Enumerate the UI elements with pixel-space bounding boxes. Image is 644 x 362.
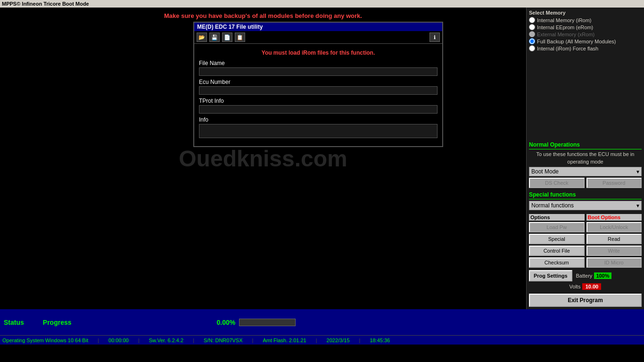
filename-input[interactable] [199, 67, 438, 76]
boot-mode-dropdown-container: Boot Mode Normal Mode ▼ [529, 167, 642, 176]
battery-label: Battery [576, 273, 593, 279]
special-functions-dropdown-container: Normal functions Special functions ▼ [529, 201, 642, 210]
load-pw-button[interactable]: Load Pw [529, 222, 585, 232]
toolbar-save-btn[interactable]: 💾 [209, 33, 220, 42]
normal-operations-section: Normal Operations To use these functions… [529, 141, 642, 189]
boot-options-header: Boot Options [586, 214, 642, 221]
ecunumber-field-group: Ecu Number [199, 79, 438, 95]
bottom-status: Status Progress 0.00% [0, 309, 644, 335]
volts-section: Volts 10.00 [529, 283, 642, 290]
volts-label: Volts [570, 284, 581, 289]
status-section: Status [4, 319, 24, 326]
exit-program-button[interactable]: Exit Program [529, 294, 642, 307]
prog-battery-row: Prog Settings Battery 100% [529, 270, 642, 281]
info-field-group: Info [199, 116, 438, 140]
ds-password-row: DS Check Password [529, 178, 642, 188]
main-container: Make sure you have backup's of all modul… [0, 8, 644, 309]
write-button[interactable]: Write [586, 246, 642, 256]
checksum-button[interactable]: Checksum [529, 257, 585, 268]
info-label: Info [199, 116, 438, 123]
options-col: Options Load Pw Special Control File Che… [529, 214, 585, 268]
special-functions-section: Special functions Normal functions Speci… [529, 191, 642, 212]
memory-irom[interactable]: Internal Memory (iRom) [529, 17, 642, 23]
options-header: Options [529, 214, 585, 221]
file-utility-toolbar: 📂 💾 📄 📋 ℹ [194, 31, 442, 44]
memory-xrom: External Memory (xRom) [529, 31, 642, 37]
prog-battery-section: Prog Settings Battery 100% Volts 10.00 E… [529, 270, 642, 307]
special-button[interactable]: Special [529, 234, 585, 244]
taskbar-clock: 18:45:36 [370, 337, 390, 343]
lock-unlock-button[interactable]: Lock/Unlock [586, 222, 642, 232]
control-file-button[interactable]: Control File [529, 246, 585, 256]
select-memory-title: Select Memory [529, 10, 642, 16]
tprot-input[interactable] [199, 105, 438, 114]
title-bar: MPPS© Infineon Tricore Boot Mode [0, 0, 644, 8]
app-title: MPPS© Infineon Tricore Boot Mode [2, 1, 89, 7]
toolbar-file-btn[interactable]: 📄 [222, 33, 232, 42]
memory-fullbackup[interactable]: Full Backup (All Memory Modules) [529, 38, 642, 44]
filename-label: File Name [199, 60, 438, 66]
filename-field-group: File Name [199, 60, 438, 76]
select-memory-section: Select Memory Internal Memory (iRom) Int… [529, 10, 642, 51]
taskbar-swver: Sw.Ver. 6.2.4.2 [149, 337, 183, 343]
progress-label: Progress [43, 319, 72, 326]
taskbar-time: 00:00:00 [108, 337, 129, 343]
ds-check-button[interactable]: DS Check [529, 178, 585, 188]
password-button[interactable]: Password [586, 178, 642, 188]
file-utility-content: You must load iRom files for this functi… [194, 44, 442, 146]
error-message: You must load iRom files for this functi… [199, 48, 438, 60]
id-micro-button[interactable]: ID Micro [586, 257, 642, 268]
taskbar-amtflash: Amt Flash. 2.01.21 [263, 337, 306, 343]
right-panel: Select Memory Internal Memory (iRom) Int… [526, 8, 644, 309]
prog-settings-button[interactable]: Prog Settings [529, 270, 572, 281]
file-utility-window: ME(D) EDC 17 File utility 📂 💾 📄 📋 ℹ You … [193, 22, 443, 147]
left-panel: Make sure you have backup's of all modul… [0, 8, 526, 309]
watermark: Ouedkniss.com [179, 146, 347, 172]
tprot-label: TProt Info [199, 98, 438, 104]
special-functions-header: Special functions [529, 191, 642, 199]
progress-value: 0.00% [217, 319, 236, 326]
memory-radio-group: Internal Memory (iRom) Internal EEprom (… [529, 17, 642, 51]
ecunumber-input[interactable] [199, 86, 438, 95]
taskbar-sn: S/N: DNR07VSX [204, 337, 243, 343]
toolbar-open-btn[interactable]: 📂 [197, 33, 207, 42]
memory-forceflash[interactable]: Internal (iRom) Force flash [529, 45, 642, 51]
info-input[interactable] [199, 124, 438, 138]
ecunumber-label: Ecu Number [199, 79, 438, 85]
taskbar-os: Operating System Windows 10 64 Bit [2, 337, 88, 343]
warning-text: Make sure you have backup's of all modul… [2, 10, 524, 23]
taskbar: Operating System Windows 10 64 Bit | 00:… [0, 335, 644, 345]
battery-section: Battery 100% [576, 272, 611, 279]
options-boot-section: Options Load Pw Special Control File Che… [529, 214, 642, 268]
memory-erom[interactable]: Internal EEprom (eRom) [529, 24, 642, 30]
volts-value: 10.00 [582, 283, 601, 290]
battery-value: 100% [594, 272, 611, 279]
normal-operations-header: Normal Operations [529, 141, 642, 149]
toolbar-copy-btn[interactable]: 📋 [235, 33, 245, 42]
read-button[interactable]: Read [586, 234, 642, 244]
boot-options-col: Boot Options Lock/Unlock Read Write ID M… [586, 214, 642, 268]
special-functions-dropdown[interactable]: Normal functions Special functions [529, 201, 642, 210]
progress-section: Progress 0.00% [43, 319, 296, 326]
normal-operations-subtext: To use these functions the ECU must be i… [529, 151, 642, 165]
tprot-field-group: TProt Info [199, 98, 438, 114]
status-label: Status [4, 319, 24, 326]
boot-mode-dropdown[interactable]: Boot Mode Normal Mode [529, 167, 642, 176]
taskbar-date: 2022/3/15 [327, 337, 350, 343]
progress-bar [239, 319, 296, 326]
toolbar-info-btn[interactable]: ℹ [429, 33, 440, 42]
file-utility-titlebar: ME(D) EDC 17 File utility [194, 23, 442, 31]
